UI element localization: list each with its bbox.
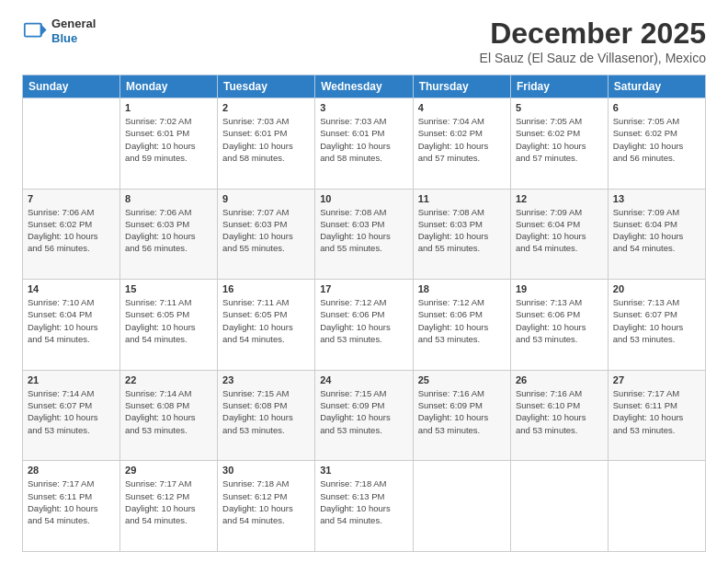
day-number: 29 bbox=[125, 465, 212, 476]
day-number: 28 bbox=[28, 465, 115, 476]
calendar-day-cell bbox=[23, 98, 120, 190]
day-number: 2 bbox=[222, 102, 310, 113]
day-info: Sunrise: 7:15 AM Sunset: 6:08 PM Dayligh… bbox=[222, 387, 310, 436]
calendar-day-cell: 4Sunrise: 7:04 AM Sunset: 6:02 PM Daylig… bbox=[413, 98, 510, 190]
day-info: Sunrise: 7:09 AM Sunset: 6:04 PM Dayligh… bbox=[613, 206, 700, 255]
day-number: 8 bbox=[125, 193, 212, 204]
day-info: Sunrise: 7:05 AM Sunset: 6:02 PM Dayligh… bbox=[613, 115, 700, 164]
calendar-day-cell: 21Sunrise: 7:14 AM Sunset: 6:07 PM Dayli… bbox=[23, 370, 120, 461]
weekday-header-cell: Thursday bbox=[413, 75, 510, 98]
day-info: Sunrise: 7:11 AM Sunset: 6:05 PM Dayligh… bbox=[222, 296, 310, 345]
day-info: Sunrise: 7:12 AM Sunset: 6:06 PM Dayligh… bbox=[320, 296, 407, 345]
calendar-week-row: 14Sunrise: 7:10 AM Sunset: 6:04 PM Dayli… bbox=[23, 280, 706, 371]
calendar-table: SundayMondayTuesdayWednesdayThursdayFrid… bbox=[22, 75, 706, 552]
month-title: December 2025 bbox=[480, 17, 706, 51]
calendar-week-row: 28Sunrise: 7:17 AM Sunset: 6:11 PM Dayli… bbox=[23, 461, 706, 552]
logo: General Blue bbox=[22, 17, 96, 45]
calendar-day-cell: 24Sunrise: 7:15 AM Sunset: 6:09 PM Dayli… bbox=[315, 370, 413, 461]
weekday-header-cell: Monday bbox=[120, 75, 218, 98]
day-number: 13 bbox=[613, 193, 700, 204]
day-info: Sunrise: 7:17 AM Sunset: 6:11 PM Dayligh… bbox=[28, 477, 115, 526]
calendar-day-cell bbox=[413, 461, 510, 552]
calendar-day-cell: 28Sunrise: 7:17 AM Sunset: 6:11 PM Dayli… bbox=[23, 461, 120, 552]
day-number: 4 bbox=[418, 102, 506, 113]
calendar-day-cell: 8Sunrise: 7:06 AM Sunset: 6:03 PM Daylig… bbox=[120, 189, 218, 280]
day-number: 12 bbox=[516, 193, 603, 204]
calendar-day-cell: 20Sunrise: 7:13 AM Sunset: 6:07 PM Dayli… bbox=[608, 280, 705, 371]
day-info: Sunrise: 7:15 AM Sunset: 6:09 PM Dayligh… bbox=[320, 387, 407, 436]
weekday-header-row: SundayMondayTuesdayWednesdayThursdayFrid… bbox=[23, 75, 706, 98]
calendar-day-cell: 27Sunrise: 7:17 AM Sunset: 6:11 PM Dayli… bbox=[608, 370, 705, 461]
svg-rect-1 bbox=[25, 23, 41, 36]
day-info: Sunrise: 7:16 AM Sunset: 6:09 PM Dayligh… bbox=[418, 387, 506, 436]
calendar-day-cell: 10Sunrise: 7:08 AM Sunset: 6:03 PM Dayli… bbox=[315, 189, 413, 280]
calendar-day-cell: 9Sunrise: 7:07 AM Sunset: 6:03 PM Daylig… bbox=[218, 189, 315, 280]
calendar-day-cell: 12Sunrise: 7:09 AM Sunset: 6:04 PM Dayli… bbox=[510, 189, 608, 280]
day-number: 1 bbox=[125, 102, 212, 113]
calendar-day-cell: 25Sunrise: 7:16 AM Sunset: 6:09 PM Dayli… bbox=[413, 370, 510, 461]
day-number: 17 bbox=[320, 283, 407, 294]
day-number: 30 bbox=[222, 465, 310, 476]
calendar-day-cell: 26Sunrise: 7:16 AM Sunset: 6:10 PM Dayli… bbox=[510, 370, 608, 461]
page: General Blue December 2025 El Sauz (El S… bbox=[0, 0, 728, 563]
calendar-day-cell bbox=[608, 461, 705, 552]
calendar-day-cell: 6Sunrise: 7:05 AM Sunset: 6:02 PM Daylig… bbox=[608, 98, 705, 190]
day-number: 27 bbox=[613, 374, 700, 385]
calendar-day-cell: 17Sunrise: 7:12 AM Sunset: 6:06 PM Dayli… bbox=[315, 280, 413, 371]
day-info: Sunrise: 7:05 AM Sunset: 6:02 PM Dayligh… bbox=[516, 115, 603, 164]
day-info: Sunrise: 7:18 AM Sunset: 6:12 PM Dayligh… bbox=[222, 477, 310, 526]
weekday-header-cell: Saturday bbox=[608, 75, 705, 98]
calendar-day-cell: 14Sunrise: 7:10 AM Sunset: 6:04 PM Dayli… bbox=[23, 280, 120, 371]
logo-general-text: General bbox=[51, 17, 96, 31]
day-info: Sunrise: 7:16 AM Sunset: 6:10 PM Dayligh… bbox=[516, 387, 603, 436]
location-title: El Sauz (El Sauz de Villasenor), Mexico bbox=[480, 51, 706, 65]
calendar-day-cell: 18Sunrise: 7:12 AM Sunset: 6:06 PM Dayli… bbox=[413, 280, 510, 371]
day-info: Sunrise: 7:14 AM Sunset: 6:07 PM Dayligh… bbox=[28, 387, 115, 436]
day-info: Sunrise: 7:11 AM Sunset: 6:05 PM Dayligh… bbox=[125, 296, 212, 345]
header: General Blue December 2025 El Sauz (El S… bbox=[22, 17, 706, 65]
calendar-day-cell: 31Sunrise: 7:18 AM Sunset: 6:13 PM Dayli… bbox=[315, 461, 413, 552]
day-number: 21 bbox=[28, 374, 115, 385]
day-info: Sunrise: 7:12 AM Sunset: 6:06 PM Dayligh… bbox=[418, 296, 506, 345]
day-number: 10 bbox=[320, 193, 407, 204]
day-number: 15 bbox=[125, 283, 212, 294]
calendar-week-row: 21Sunrise: 7:14 AM Sunset: 6:07 PM Dayli… bbox=[23, 370, 706, 461]
day-info: Sunrise: 7:18 AM Sunset: 6:13 PM Dayligh… bbox=[320, 477, 407, 526]
day-info: Sunrise: 7:10 AM Sunset: 6:04 PM Dayligh… bbox=[28, 296, 115, 345]
day-info: Sunrise: 7:04 AM Sunset: 6:02 PM Dayligh… bbox=[418, 115, 506, 164]
calendar-day-cell: 23Sunrise: 7:15 AM Sunset: 6:08 PM Dayli… bbox=[218, 370, 315, 461]
calendar-week-row: 7Sunrise: 7:06 AM Sunset: 6:02 PM Daylig… bbox=[23, 189, 706, 280]
calendar-day-cell: 7Sunrise: 7:06 AM Sunset: 6:02 PM Daylig… bbox=[23, 189, 120, 280]
day-number: 24 bbox=[320, 374, 407, 385]
calendar-day-cell: 13Sunrise: 7:09 AM Sunset: 6:04 PM Dayli… bbox=[608, 189, 705, 280]
day-number: 31 bbox=[320, 465, 407, 476]
day-info: Sunrise: 7:06 AM Sunset: 6:02 PM Dayligh… bbox=[28, 206, 115, 255]
weekday-header-cell: Tuesday bbox=[218, 75, 315, 98]
calendar-body: 1Sunrise: 7:02 AM Sunset: 6:01 PM Daylig… bbox=[23, 98, 706, 552]
calendar-week-row: 1Sunrise: 7:02 AM Sunset: 6:01 PM Daylig… bbox=[23, 98, 706, 190]
calendar-day-cell: 30Sunrise: 7:18 AM Sunset: 6:12 PM Dayli… bbox=[218, 461, 315, 552]
calendar-day-cell: 11Sunrise: 7:08 AM Sunset: 6:03 PM Dayli… bbox=[413, 189, 510, 280]
day-info: Sunrise: 7:03 AM Sunset: 6:01 PM Dayligh… bbox=[222, 115, 310, 164]
day-info: Sunrise: 7:14 AM Sunset: 6:08 PM Dayligh… bbox=[125, 387, 212, 436]
day-number: 11 bbox=[418, 193, 506, 204]
day-number: 25 bbox=[418, 374, 506, 385]
weekday-header-cell: Sunday bbox=[23, 75, 120, 98]
calendar-day-cell: 16Sunrise: 7:11 AM Sunset: 6:05 PM Dayli… bbox=[218, 280, 315, 371]
day-info: Sunrise: 7:08 AM Sunset: 6:03 PM Dayligh… bbox=[418, 206, 506, 255]
day-number: 14 bbox=[28, 283, 115, 294]
calendar-day-cell: 2Sunrise: 7:03 AM Sunset: 6:01 PM Daylig… bbox=[218, 98, 315, 190]
calendar-day-cell: 22Sunrise: 7:14 AM Sunset: 6:08 PM Dayli… bbox=[120, 370, 218, 461]
day-info: Sunrise: 7:13 AM Sunset: 6:06 PM Dayligh… bbox=[516, 296, 603, 345]
day-number: 23 bbox=[222, 374, 310, 385]
calendar-day-cell: 29Sunrise: 7:17 AM Sunset: 6:12 PM Dayli… bbox=[120, 461, 218, 552]
day-number: 19 bbox=[516, 283, 603, 294]
calendar-day-cell: 3Sunrise: 7:03 AM Sunset: 6:01 PM Daylig… bbox=[315, 98, 413, 190]
day-info: Sunrise: 7:06 AM Sunset: 6:03 PM Dayligh… bbox=[125, 206, 212, 255]
calendar-day-cell: 1Sunrise: 7:02 AM Sunset: 6:01 PM Daylig… bbox=[120, 98, 218, 190]
day-number: 22 bbox=[125, 374, 212, 385]
calendar-day-cell: 19Sunrise: 7:13 AM Sunset: 6:06 PM Dayli… bbox=[510, 280, 608, 371]
day-info: Sunrise: 7:17 AM Sunset: 6:11 PM Dayligh… bbox=[613, 387, 700, 436]
day-info: Sunrise: 7:02 AM Sunset: 6:01 PM Dayligh… bbox=[125, 115, 212, 164]
day-number: 7 bbox=[28, 193, 115, 204]
